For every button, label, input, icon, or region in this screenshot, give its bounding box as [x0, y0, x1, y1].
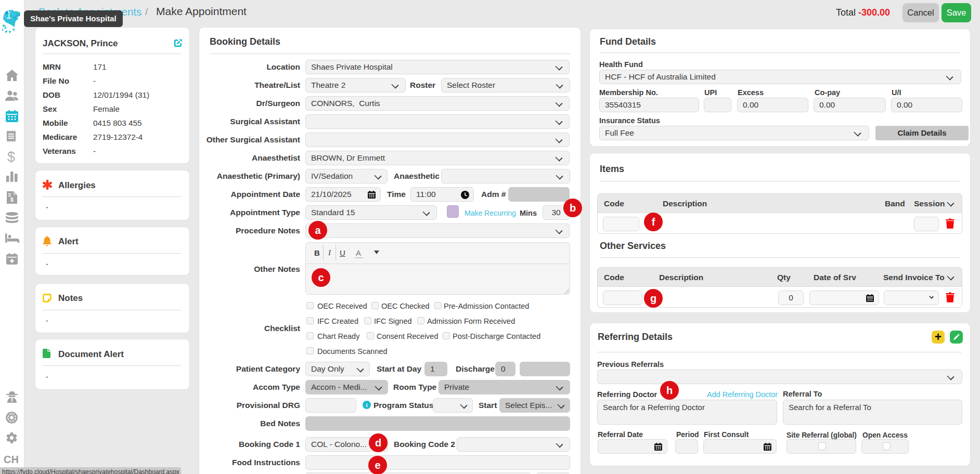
svg-text:$: $ [10, 196, 14, 203]
